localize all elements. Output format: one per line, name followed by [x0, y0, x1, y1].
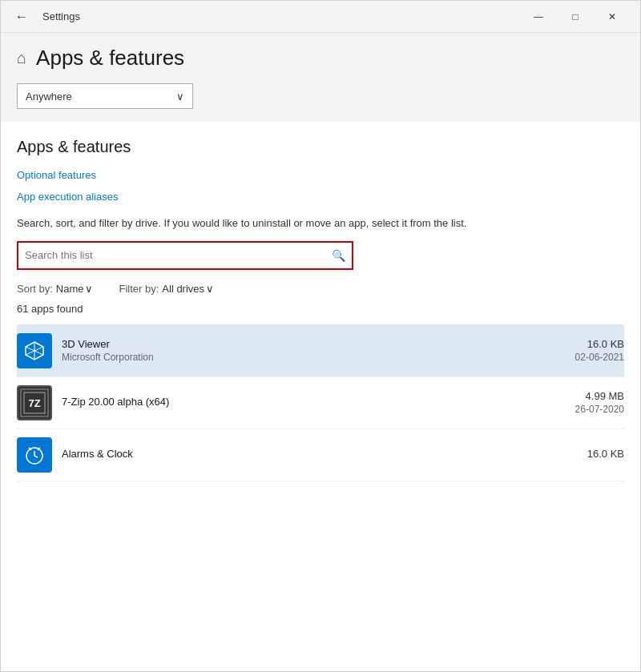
section-title: Apps & features	[17, 138, 624, 156]
app-icon-alarms	[17, 437, 52, 473]
search-icon: 🔍	[332, 249, 345, 262]
sort-value-text: Name	[56, 283, 84, 295]
app-publisher-3d-viewer: Microsoft Corporation	[62, 352, 566, 363]
app-execution-link[interactable]: App execution aliases	[17, 191, 624, 203]
close-button[interactable]: ✕	[594, 1, 631, 33]
filter-by-value[interactable]: All drives ∨	[162, 283, 214, 295]
app-info-3d-viewer: 3D Viewer Microsoft Corporation	[62, 338, 566, 363]
window-controls: — □ ✕	[520, 1, 631, 33]
dropdown-value: Anywhere	[26, 91, 72, 103]
app-icon-7zip: 7Z	[17, 385, 52, 421]
home-icon: ⌂	[17, 49, 26, 67]
sort-by-item: Sort by: Name ∨	[17, 283, 93, 295]
search-box[interactable]: 🔍	[17, 241, 353, 270]
app-item-3d-viewer[interactable]: 3D Viewer Microsoft Corporation 16.0 KB …	[17, 325, 624, 377]
sort-by-label: Sort by:	[17, 283, 53, 295]
filter-by-item: Filter by: All drives ∨	[119, 283, 214, 295]
dropdown-bar: Anywhere ∨	[1, 80, 640, 122]
apps-count: 61 apps found	[17, 303, 624, 315]
minimize-button[interactable]: —	[520, 1, 557, 33]
anywhere-dropdown[interactable]: Anywhere ∨	[17, 83, 193, 109]
app-icon-3d-viewer	[17, 333, 52, 368]
main-content: Apps & features Optional features App ex…	[1, 122, 640, 671]
app-meta-alarms: 16.0 KB	[587, 448, 624, 461]
window-title: Settings	[42, 10, 80, 22]
sort-filter-bar: Sort by: Name ∨ Filter by: All drives ∨	[17, 283, 624, 295]
title-bar-nav: ← Settings	[10, 6, 520, 28]
settings-window: ← Settings — □ ✕ ⌂ Apps & features Anywh…	[0, 0, 641, 672]
app-size-alarms: 16.0 KB	[587, 448, 624, 460]
back-button[interactable]: ←	[10, 6, 33, 28]
app-meta-7zip: 4.99 MB 26-07-2020	[575, 390, 624, 415]
search-input[interactable]	[25, 249, 329, 261]
sort-by-value[interactable]: Name ∨	[56, 283, 94, 295]
app-info-7zip: 7-Zip 20.00 alpha (x64)	[62, 396, 566, 409]
sort-chevron: ∨	[85, 283, 93, 295]
filter-by-label: Filter by:	[119, 283, 159, 295]
content-area: ⌂ Apps & features Anywhere ∨ Apps & feat…	[1, 33, 640, 671]
app-date-7zip: 26-07-2020	[575, 404, 624, 415]
app-name-7zip: 7-Zip 20.00 alpha (x64)	[62, 396, 566, 408]
filter-value-text: All drives	[162, 283, 204, 295]
app-item-alarms[interactable]: Alarms & Clock 16.0 KB	[17, 429, 624, 481]
app-list: 3D Viewer Microsoft Corporation 16.0 KB …	[17, 324, 624, 481]
page-title: Apps & features	[36, 46, 184, 70]
optional-features-link[interactable]: Optional features	[17, 169, 624, 181]
app-item-7zip[interactable]: 7Z 7-Zip 20.00 alpha (x64) 4.99 MB 26-07…	[17, 377, 624, 429]
app-size-3d-viewer: 16.0 KB	[575, 338, 624, 350]
app-name-alarms: Alarms & Clock	[62, 448, 578, 460]
filter-chevron: ∨	[206, 283, 214, 295]
svg-line-9	[34, 456, 38, 457]
title-bar: ← Settings — □ ✕	[1, 1, 640, 33]
page-header: ⌂ Apps & features	[1, 33, 640, 80]
description-text: Search, sort, and filter by drive. If yo…	[17, 215, 530, 231]
dropdown-chevron: ∨	[176, 91, 184, 103]
app-date-3d-viewer: 02-06-2021	[575, 352, 624, 363]
app-meta-3d-viewer: 16.0 KB 02-06-2021	[575, 338, 624, 363]
app-size-7zip: 4.99 MB	[575, 390, 624, 402]
svg-text:7Z: 7Z	[28, 397, 40, 409]
app-name-3d-viewer: 3D Viewer	[62, 338, 566, 350]
app-info-alarms: Alarms & Clock	[62, 448, 578, 461]
maximize-button[interactable]: □	[557, 1, 594, 33]
